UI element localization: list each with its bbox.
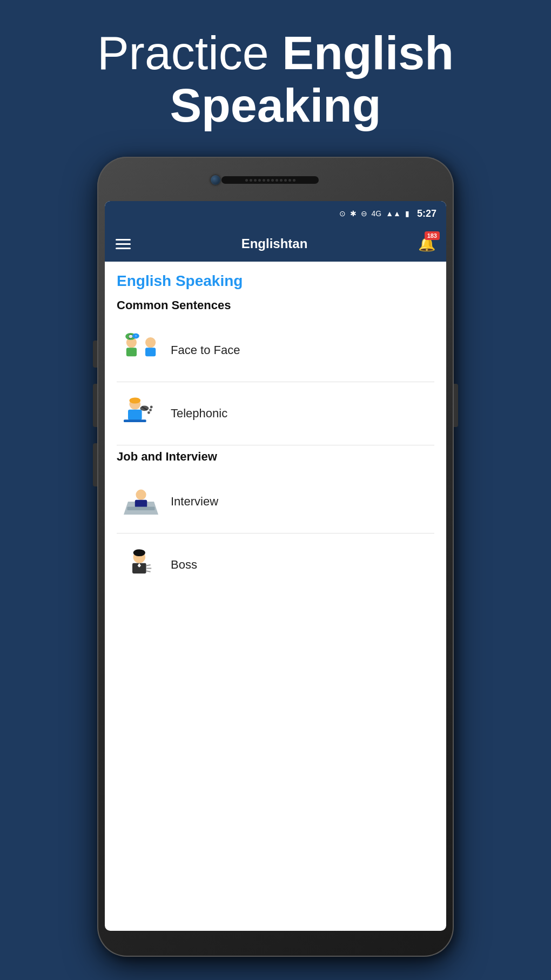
hero-text-bold1: English xyxy=(282,26,454,79)
svg-rect-5 xyxy=(126,348,137,356)
notification-button[interactable]: 🔔 183 xyxy=(418,236,435,252)
svg-rect-11 xyxy=(124,419,146,422)
power-button xyxy=(454,384,458,427)
section-common-sentences-title: Common Sentences xyxy=(117,298,434,312)
svg-rect-7 xyxy=(145,348,156,356)
network-label: 4G xyxy=(372,209,382,218)
svg-point-6 xyxy=(145,337,156,348)
status-bar: ⊙ ✱ ⊖ 4G ▲▲ ▮ 5:27 xyxy=(105,201,446,226)
content-area: English Speaking Common Sentences 💬 xyxy=(105,262,446,607)
list-item-interview[interactable]: Interview xyxy=(117,470,434,534)
svg-point-23 xyxy=(133,549,145,556)
notification-badge: 183 xyxy=(425,231,440,240)
section-job-interview-title: Job and Interview xyxy=(117,450,434,464)
volume-up-button xyxy=(93,341,97,368)
svg-rect-21 xyxy=(127,507,154,510)
svg-text:💬: 💬 xyxy=(129,335,133,339)
svg-line-26 xyxy=(146,565,151,566)
hamburger-menu-button[interactable] xyxy=(116,239,131,249)
clock-display: 5:27 xyxy=(417,208,436,219)
interview-label: Interview xyxy=(171,495,218,509)
svg-point-16 xyxy=(150,406,153,409)
face-to-face-icon: 💬 ? xyxy=(117,329,165,372)
app-title: Englishtan xyxy=(241,236,308,251)
interview-icon xyxy=(117,480,165,523)
boss-label: Boss xyxy=(171,558,197,572)
svg-rect-10 xyxy=(128,410,142,420)
hero-text-normal: Practice xyxy=(97,26,282,79)
phone-device: ⊙ ✱ ⊖ 4G ▲▲ ▮ 5:27 Englishtan 🔔 183 xyxy=(97,157,454,957)
boss-icon xyxy=(117,543,165,586)
front-camera xyxy=(211,175,220,185)
svg-point-18 xyxy=(136,490,146,500)
bluetooth-icon: ✱ xyxy=(350,209,357,218)
svg-point-9 xyxy=(129,397,140,403)
signal-bars: ▲▲ xyxy=(386,209,401,218)
telephonic-icon xyxy=(117,392,165,435)
list-item-boss[interactable]: Boss xyxy=(117,534,434,596)
svg-line-28 xyxy=(146,571,151,572)
volume-down-button xyxy=(93,384,97,427)
list-item-face-to-face[interactable]: 💬 ? Face to Face xyxy=(117,319,434,382)
list-item-telephonic[interactable]: Telephonic xyxy=(117,382,434,445)
hero-text-bold2: Speaking xyxy=(170,78,381,132)
wifi-icon: ⊙ xyxy=(339,209,346,218)
svg-text:?: ? xyxy=(135,335,137,338)
earpiece-speaker xyxy=(221,176,319,184)
app-toolbar: Englishtan 🔔 183 xyxy=(105,226,446,262)
phone-screen: ⊙ ✱ ⊖ 4G ▲▲ ▮ 5:27 Englishtan 🔔 183 xyxy=(105,201,446,931)
phone-top-hardware xyxy=(200,171,351,189)
page-title: English Speaking xyxy=(117,272,434,290)
face-to-face-label: Face to Face xyxy=(171,343,240,357)
dnd-icon: ⊖ xyxy=(361,209,367,218)
telephonic-label: Telephonic xyxy=(171,406,227,421)
silent-button xyxy=(93,443,97,486)
battery-icon: ▮ xyxy=(405,209,409,218)
hero-section: Practice English Speaking xyxy=(0,11,551,143)
svg-point-14 xyxy=(147,411,150,414)
svg-rect-20 xyxy=(135,500,147,508)
svg-point-15 xyxy=(149,409,152,411)
